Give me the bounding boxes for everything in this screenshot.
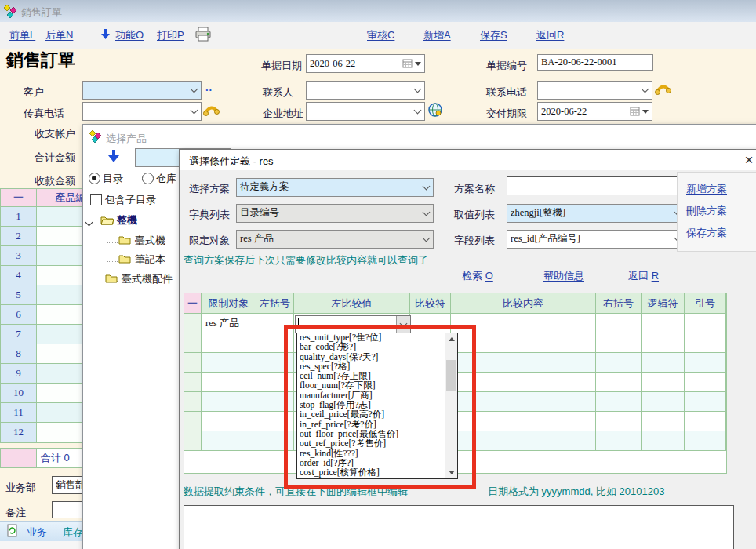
dropdown-item-8[interactable]: stop_flag[停用?志] <box>297 401 445 410</box>
toolbar-action-4[interactable]: 返回R <box>536 28 564 42</box>
date-dropdown-arrow[interactable] <box>642 110 649 114</box>
cond-grid-cell[interactable] <box>451 353 596 373</box>
cond-grid-cell[interactable] <box>256 392 294 412</box>
cond-grid-cell[interactable] <box>685 353 726 373</box>
cond-grid-cell[interactable] <box>596 412 642 431</box>
cond-grid-cell[interactable] <box>202 431 256 451</box>
cond-grid-cell[interactable] <box>596 353 642 373</box>
field-list-combo[interactable]: res_id[产品编号] <box>507 230 685 249</box>
include-sub-label[interactable]: 包含子目录 <box>105 193 156 207</box>
condition-editor-textarea[interactable] <box>184 505 734 549</box>
dropdown-item-7[interactable]: manufacturer[厂商] <box>297 391 445 401</box>
save-plan-button[interactable]: 保存方案 <box>686 226 727 240</box>
scroll-down-button[interactable] <box>445 467 457 478</box>
cond-grid-cell[interactable] <box>642 333 685 353</box>
delivery-date-field[interactable]: 2020-06-22 <box>537 102 652 121</box>
cond-grid-cell[interactable] <box>451 373 596 392</box>
dropdown-item-9[interactable]: in_ceil_price[最高?价] <box>297 410 445 420</box>
combo-dropdown-button[interactable] <box>396 316 410 333</box>
tree-expand-chevron[interactable] <box>86 216 92 227</box>
cond-grid-cell[interactable] <box>410 314 451 333</box>
restrict-target-combo[interactable]: res 产品 <box>236 230 434 249</box>
cond-grid-cell[interactable] <box>685 333 726 353</box>
radio-catalog-label[interactable]: 目录 <box>103 172 123 186</box>
plan-name-input[interactable] <box>507 176 684 195</box>
cond-grid-cell[interactable] <box>202 353 256 373</box>
customer-more-button[interactable]: .. <box>205 82 213 93</box>
cond-grid-cell[interactable]: res 产品 <box>202 314 256 333</box>
condition-link-3[interactable]: 返回 R <box>628 269 659 283</box>
cond-grid-cell[interactable] <box>202 412 256 431</box>
cond-grid-cell[interactable] <box>642 431 685 451</box>
cond-grid-cell[interactable] <box>642 314 685 333</box>
new-plan-button[interactable]: 新增方案 <box>686 182 727 196</box>
toolbar-action-3[interactable]: 保存S <box>480 28 507 42</box>
condition-link-2[interactable]: 帮助信息 <box>543 269 584 283</box>
dropdown-item-13[interactable]: res_kind[性???] <box>297 449 445 459</box>
phone-icon[interactable] <box>654 79 671 98</box>
customer-combo[interactable] <box>82 81 202 100</box>
toolbar-action-1[interactable]: 审核C <box>367 28 394 42</box>
cond-grid-cell[interactable] <box>451 314 596 333</box>
cond-grid-cell[interactable] <box>685 373 726 392</box>
dropdown-item-12[interactable]: out_ref_price[?考售价] <box>297 439 445 449</box>
cond-grid-cell[interactable] <box>596 333 642 353</box>
value-list-combo[interactable]: zhengji[整機] <box>507 204 685 223</box>
scroll-up-button[interactable] <box>445 333 457 345</box>
cond-grid-cell[interactable] <box>642 392 685 412</box>
include-sub-checkbox[interactable] <box>90 194 102 205</box>
tab-inventory[interactable]: 库存 <box>63 525 83 540</box>
fax-phone-icon[interactable] <box>202 100 220 119</box>
dict-list-combo[interactable]: 目录编号 <box>236 204 434 223</box>
cond-grid-cell[interactable] <box>685 431 726 451</box>
dropdown-item-14[interactable]: order_id[?序?] <box>297 459 445 468</box>
close-icon[interactable]: × <box>740 151 756 169</box>
doc-date-field[interactable]: 2020-06-22 <box>306 54 425 73</box>
cond-grid-cell[interactable] <box>256 412 294 431</box>
condition-link-1[interactable]: 检索 O <box>462 269 493 283</box>
contact-combo[interactable] <box>306 81 425 100</box>
cond-grid-cell[interactable] <box>256 333 294 353</box>
cond-grid-cell[interactable] <box>451 392 596 412</box>
toolbar-action-2[interactable]: 新增A <box>423 28 451 42</box>
tree-item-4[interactable]: 臺式機配件 <box>122 272 173 286</box>
scroll-thumb[interactable] <box>446 360 456 391</box>
date-dropdown-arrow[interactable] <box>415 62 421 66</box>
radio-catalog[interactable] <box>89 173 100 184</box>
cond-grid-cell[interactable] <box>642 353 685 373</box>
cond-grid-cell[interactable] <box>685 412 726 431</box>
doc-no-input[interactable]: BA-20-06-22-0001 <box>537 54 653 71</box>
radio-warehouse-label[interactable]: 仓库 <box>156 172 176 186</box>
cond-grid-cell[interactable] <box>256 431 294 451</box>
cond-grid-cell[interactable] <box>256 353 294 373</box>
cond-grid-cell[interactable] <box>256 373 294 392</box>
fax-phone-combo[interactable] <box>82 102 202 121</box>
cond-grid-cell[interactable] <box>685 392 726 412</box>
tab-business[interactable]: 业务 <box>27 525 47 540</box>
product-dialog-down-arrow-icon[interactable] <box>107 149 120 164</box>
company-address-combo[interactable] <box>306 102 425 121</box>
cond-grid-cell[interactable] <box>451 431 596 451</box>
radio-warehouse[interactable] <box>142 173 154 184</box>
dropdown-item-3[interactable]: quality_days[保?天?] <box>297 353 445 362</box>
dropdown-item-1[interactable]: res_unit_type[?隹?位] <box>297 333 445 343</box>
cond-grid-cell[interactable] <box>642 412 685 431</box>
dropdown-item-2[interactable]: bar_code[?形?] <box>297 343 445 352</box>
dropdown-scrollbar[interactable] <box>445 333 457 478</box>
dropdown-item-11[interactable]: out_floor_price[最低售价] <box>297 430 445 439</box>
cond-grid-cell[interactable] <box>596 392 642 412</box>
cond-grid-cell[interactable] <box>256 314 294 333</box>
contact-phone-combo[interactable] <box>537 81 652 100</box>
cond-grid-cell[interactable] <box>451 412 596 431</box>
cond-grid-cell[interactable] <box>685 314 726 333</box>
cond-grid-cell[interactable] <box>596 431 642 451</box>
dropdown-item-6[interactable]: floor_num[?存下限] <box>297 381 445 391</box>
left-compare-value-combo[interactable] <box>295 315 411 333</box>
plan-select-combo[interactable]: 待定義方案 <box>236 178 434 197</box>
cond-grid-cell[interactable] <box>202 373 256 392</box>
tree-item-3[interactable]: 筆記本 <box>135 253 165 267</box>
globe-icon[interactable] <box>427 102 443 118</box>
tree-item-2[interactable]: 臺式機 <box>135 234 165 248</box>
cond-grid-cell[interactable] <box>202 333 256 353</box>
dropdown-item-4[interactable]: res_spec[?格] <box>297 362 445 372</box>
